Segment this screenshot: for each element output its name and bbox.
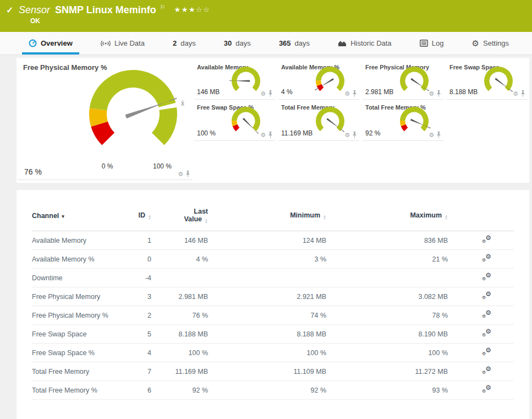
area-chart-icon: [338, 40, 347, 47]
edit-channel-settings-icon[interactable]: ⚙⚙: [482, 329, 491, 338]
small-gauge-grid: Available Memory 146 MB ⚙ Available Memo…: [193, 58, 529, 183]
channel-settings-gear-icon[interactable]: ⚙: [260, 132, 266, 138]
tab-settings[interactable]: ⚙ Settings: [465, 32, 515, 55]
main-gauge-max-label: 100 %: [150, 162, 175, 170]
sensor-header: ✓ SensorSNMP Linux Meminfo⚐★★★☆☆ OK: [0, 0, 532, 32]
column-header-last-value[interactable]: Last Value▲▼: [151, 208, 208, 224]
pin-icon[interactable]: [185, 171, 190, 177]
channel-name[interactable]: Available Memory: [32, 237, 125, 244]
channel-settings-gear-icon[interactable]: ⚙: [344, 91, 350, 97]
edit-channel-settings-icon[interactable]: ⚙⚙: [482, 254, 491, 263]
edit-channel-settings-icon[interactable]: ⚙⚙: [482, 273, 491, 281]
tab-log[interactable]: Log: [413, 32, 451, 55]
channel-name[interactable]: Free Swap Space %: [32, 349, 125, 357]
gauge-icon: [29, 39, 37, 47]
pin-icon[interactable]: [436, 132, 441, 138]
edit-channel-settings-icon[interactable]: ⚙⚙: [482, 348, 491, 356]
channel-id: 7: [125, 368, 151, 376]
gauge-tile[interactable]: Free Physical Memory 2.981 MB ⚙: [363, 59, 443, 100]
table-row: Total Free Memory % 6 92 % 92 % 93 % ⚙⚙: [32, 381, 514, 400]
table-body: Available Memory 1 146 MB 124 MB 836 MB …: [32, 231, 514, 400]
tab-log-label: Log: [432, 39, 444, 47]
pin-icon[interactable]: [436, 90, 441, 97]
table-row: Free Swap Space % 4 100 % 100 % 100 % ⚙⚙: [32, 344, 514, 362]
channel-id: -4: [125, 274, 151, 282]
channel-name[interactable]: Free Swap Space: [32, 330, 125, 338]
column-header-minimum[interactable]: Minimum▲▼: [208, 211, 326, 220]
tab-overview[interactable]: Overview: [22, 32, 79, 55]
gauges-panel: Free Physical Memory % x̄ 0 % 100 % 76 %…: [17, 58, 529, 183]
channel-settings-gear-icon[interactable]: ⚙: [429, 91, 434, 97]
gauge-tile[interactable]: Free Swap Space 8.188 MB ⚙: [447, 59, 528, 100]
tab-live-data[interactable]: Live Data: [94, 32, 151, 55]
channel-settings-gear-icon[interactable]: ⚙: [429, 132, 434, 138]
pin-icon[interactable]: [268, 132, 273, 138]
gauge-value: 92 %: [365, 129, 380, 137]
gauge-value: 146 MB: [197, 88, 220, 96]
priority-flag-icon[interactable]: ⚐: [160, 4, 166, 10]
channel-settings-gear-icon[interactable]: ⚙: [513, 91, 518, 97]
edit-channel-settings-icon[interactable]: ⚙⚙: [482, 311, 491, 319]
channel-name[interactable]: Total Free Memory: [32, 368, 125, 376]
table-row: Available Memory 1 146 MB 124 MB 836 MB …: [32, 231, 514, 250]
channel-name[interactable]: Free Physical Memory %: [32, 312, 125, 319]
table-row: Free Swap Space 5 8.188 MB 8.188 MB 8.19…: [32, 325, 514, 344]
channel-id: 4: [125, 349, 151, 357]
tab-live-data-label: Live Data: [114, 39, 145, 47]
tab-historic-data[interactable]: Historic Data: [331, 32, 398, 55]
channel-minimum: 124 MB: [208, 237, 326, 244]
channel-name[interactable]: Available Memory %: [32, 255, 125, 263]
pin-icon[interactable]: [268, 90, 273, 97]
table-row: Available Memory % 0 4 % 3 % 21 % ⚙⚙: [32, 250, 514, 269]
channel-settings-gear-icon[interactable]: ⚙: [178, 171, 183, 177]
channel-maximum: 8.190 MB: [326, 330, 448, 338]
channel-settings-gear-icon[interactable]: ⚙: [260, 91, 266, 97]
edit-channel-settings-icon[interactable]: ⚙⚙: [482, 367, 491, 375]
channel-id: 2: [125, 312, 151, 319]
gauge-tile[interactable]: Total Free Memory 11.169 MB ⚙: [278, 100, 359, 141]
channel-maximum: 21 %: [326, 255, 448, 263]
channel-last-value: 4 %: [151, 255, 208, 263]
main-gauge-tile[interactable]: Free Physical Memory % x̄ 0 % 100 % 76 %…: [18, 58, 193, 180]
main-gauge-svg: x̄: [78, 59, 188, 169]
edit-channel-settings-icon[interactable]: ⚙⚙: [482, 292, 491, 300]
channel-last-value: 11.169 MB: [151, 368, 208, 376]
tab-2-days[interactable]: 2 days: [166, 32, 202, 55]
channel-minimum: 92 %: [208, 387, 326, 394]
pin-icon[interactable]: [520, 90, 525, 97]
channel-settings-gear-icon[interactable]: ⚙: [344, 132, 350, 138]
tab-2-days-number: 2: [173, 39, 177, 47]
gauge-tile[interactable]: Total Free Memory % 92 % ⚙: [363, 100, 443, 141]
channel-minimum: 100 %: [208, 349, 326, 357]
tab-365-days-label: days: [295, 39, 310, 47]
channel-last-value: 92 %: [151, 387, 208, 394]
priority-stars[interactable]: ★★★☆☆: [174, 6, 211, 14]
tab-30-days[interactable]: 30 days: [217, 32, 257, 55]
edit-channel-settings-icon[interactable]: ⚙⚙: [482, 236, 491, 244]
gauge-tile[interactable]: Available Memory % 4 % ⚙: [278, 59, 359, 100]
gauge-svg: [229, 64, 262, 97]
channel-name[interactable]: Total Free Memory %: [32, 387, 125, 394]
gauge-tile[interactable]: Free Swap Space % 100 % ⚙: [194, 100, 275, 141]
tab-365-days[interactable]: 365 days: [272, 32, 316, 55]
column-header-id[interactable]: ID▲▼: [125, 211, 151, 220]
channel-minimum: 2.921 MB: [208, 293, 326, 301]
edit-channel-settings-icon[interactable]: ⚙⚙: [482, 385, 491, 394]
channel-name[interactable]: Downtime: [32, 274, 125, 282]
column-header-maximum[interactable]: Maximum▲▼: [326, 211, 448, 220]
tab-30-days-number: 30: [224, 39, 232, 47]
gauge-svg: [398, 105, 431, 138]
channel-maximum: 100 %: [326, 349, 448, 357]
pin-icon[interactable]: [352, 132, 357, 138]
pin-icon[interactable]: [352, 90, 357, 97]
table-header-row: Channel▾ ID▲▼ Last Value▲▼ Minimum▲▼ Max…: [32, 199, 514, 231]
table-row: Total Free Memory 7 11.169 MB 11.109 MB …: [32, 362, 514, 381]
tab-2-days-label: days: [180, 39, 195, 47]
column-header-channel[interactable]: Channel▾: [32, 212, 125, 220]
gear-icon: ⚙: [472, 40, 479, 47]
tab-settings-label: Settings: [483, 39, 509, 47]
gauge-tile[interactable]: Available Memory 146 MB ⚙: [194, 59, 275, 100]
channel-name[interactable]: Free Physical Memory: [32, 293, 125, 301]
channel-last-value: 146 MB: [151, 237, 208, 244]
gauge-svg: [482, 64, 515, 97]
